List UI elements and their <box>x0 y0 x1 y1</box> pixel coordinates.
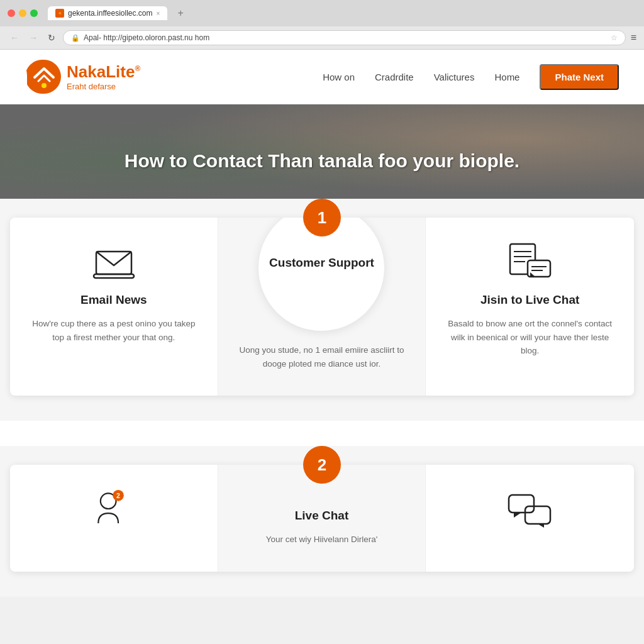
tab-favicon: 🔸 <box>55 9 64 18</box>
bookmark-icon[interactable]: ☆ <box>611 33 618 42</box>
chat2-icon: 2 <box>89 490 139 528</box>
cards-container-1: Email News How're cup there as a pest on… <box>10 218 634 396</box>
logo-icon <box>25 60 59 94</box>
svg-rect-17 <box>525 506 550 524</box>
section-1-badge: 1 <box>303 199 341 236</box>
logo-name: NakaLite® <box>67 62 140 82</box>
site-nav: How on Cradrdite Valictures Home Phate N… <box>323 64 619 90</box>
email-icon <box>89 243 139 280</box>
nav-link-cradrdite[interactable]: Cradrdite <box>375 72 414 82</box>
card-chat-title: Jisin to Live Chat <box>445 293 615 307</box>
new-tab-button[interactable]: + <box>172 5 188 21</box>
tab-close-icon[interactable]: × <box>157 10 160 17</box>
card-email-desc: How're cup there as a pest onino you tak… <box>29 317 199 344</box>
card-support-title: Customer Support <box>269 256 374 270</box>
card-live-chat-title: Live Chat <box>237 509 407 523</box>
browser-tab[interactable]: 🔸 gekenta.inffeesiollec.com × <box>48 6 167 20</box>
browser-menu-icon[interactable]: ≡ <box>631 32 636 43</box>
svg-rect-3 <box>94 274 134 278</box>
website-content: NakaLite® Eraht defarse How on Cradrdite… <box>0 50 644 597</box>
title-bar: 🔸 gekenta.inffeesiollec.com × + <box>0 0 644 26</box>
forward-button[interactable]: → <box>26 31 40 44</box>
svg-point-1 <box>42 83 47 88</box>
nav-bar: ← → ↻ 🔒 Apal- http://gipeto.oloron.past.… <box>0 26 644 49</box>
section-1: 1 Email News How're cup there as a pest … <box>0 199 644 421</box>
address-text: Apal- http://gipeto.oloron.past.nu hom <box>84 33 607 42</box>
logo-tagline: Eraht defarse <box>67 82 140 91</box>
address-bar[interactable]: 🔒 Apal- http://gipeto.oloron.past.nu hom… <box>63 30 626 45</box>
reload-button[interactable]: ↻ <box>45 31 58 44</box>
card-email-news: Email News How're cup there as a pest on… <box>10 218 218 396</box>
chat3-icon <box>505 490 555 528</box>
nav-link-howon[interactable]: How on <box>323 72 355 82</box>
svg-text:2: 2 <box>116 492 120 499</box>
card-live-chat-desc: Your cet wiy Hiivelann Dirlera' <box>237 533 407 547</box>
card-section2-3 <box>426 465 634 572</box>
card-customer-support: Customer Support Uong you stude, no 1 em… <box>218 218 426 396</box>
card-email-title: Email News <box>29 293 199 307</box>
card-section2-1: 2 <box>10 465 218 572</box>
lock-icon: 🔒 <box>71 34 80 42</box>
browser-frame: 🔸 gekenta.inffeesiollec.com × + ← → ↻ 🔒 … <box>0 0 644 50</box>
minimize-button[interactable] <box>19 9 26 17</box>
section-2: 2 2 Live Ch <box>0 446 644 597</box>
traffic-lights <box>8 9 38 17</box>
card-chat-desc: Basald to bnow ane ort the connel's cont… <box>445 317 615 358</box>
phate-next-button[interactable]: Phate Next <box>540 64 619 90</box>
nav-link-valictures[interactable]: Valictures <box>434 72 475 82</box>
chat-icon <box>505 243 555 280</box>
card-support-desc: Uong you stude, no 1 email emiire asclii… <box>237 343 407 370</box>
close-button[interactable] <box>8 9 15 17</box>
back-button[interactable]: ← <box>8 31 21 44</box>
card-live-chat: Jisin to Live Chat Basald to bnow ane or… <box>426 218 634 396</box>
section-2-badge: 2 <box>303 446 341 484</box>
nav-link-home[interactable]: Home <box>494 72 519 82</box>
svg-rect-15 <box>509 495 534 513</box>
logo-area: NakaLite® Eraht defarse <box>25 60 140 94</box>
logo-text: NakaLite® Eraht defarse <box>67 62 140 91</box>
hero-title: How to Contact Than tanala foo your biop… <box>125 150 519 172</box>
tab-title: gekenta.inffeesiollec.com <box>68 9 153 18</box>
fullscreen-button[interactable] <box>30 9 38 17</box>
site-header: NakaLite® Eraht defarse How on Cradrdite… <box>0 50 644 104</box>
